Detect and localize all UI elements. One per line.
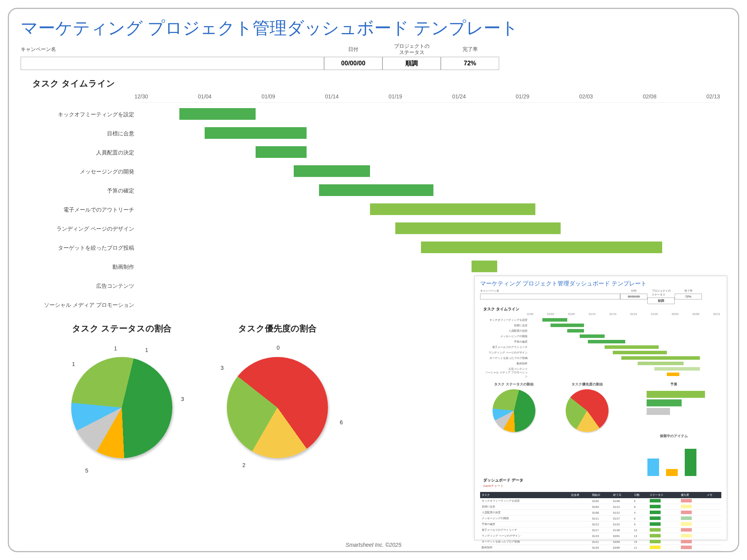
status-label: プロジェクトの ステータス (394, 44, 430, 55)
gantt-task-label: ランディング ページのデザイン (36, 226, 141, 233)
priority-pie: 0 3 6 2 (211, 341, 344, 474)
completion-label: 完了率 (463, 44, 478, 55)
gantt-bar[interactable] (205, 127, 306, 139)
gantt-task-label: 動画制作 (36, 264, 141, 271)
status-pie: 1 1 1 3 5 (56, 341, 188, 474)
gantt-task-label: 人員配置の決定 (36, 149, 141, 156)
gantt-task-label: 広告コンテンツ (36, 283, 141, 290)
date-value[interactable]: 00/00/00 (324, 57, 382, 70)
thumb-title: マーケティング プロジェクト管理ダッシュボード テンプレート (480, 280, 721, 287)
campaign-input[interactable] (21, 57, 324, 70)
gantt-bar[interactable] (421, 242, 663, 253)
gantt-bar[interactable] (294, 165, 370, 177)
meta-row: キャンペーン名 日付 00/00/00 プロジェクトの ステータス 順調 完了率… (21, 44, 726, 70)
gantt-bar[interactable] (472, 261, 497, 272)
gantt-task-label: キックオフミーティングを設定 (36, 111, 141, 118)
gantt-bar[interactable] (179, 108, 256, 120)
pie1-title: タスク ステータスの割合 (56, 323, 188, 334)
thumb-data-table: タスク担当者開始日終了日日数ステータス優先度メモ キックオフミーティングを設定0… (480, 492, 721, 552)
gantt-bar[interactable] (319, 184, 433, 196)
date-label: 日付 (348, 44, 358, 55)
status-value[interactable]: 順調 (382, 57, 441, 70)
gantt-bar[interactable] (395, 222, 561, 234)
gantt-task-label: メッセージングの開発 (36, 168, 141, 175)
dashboard-page: マーケティング プロジェクト管理ダッシュボード テンプレート キャンペーン名 日… (8, 8, 739, 552)
gantt-bar[interactable] (256, 146, 307, 158)
gantt-task-label: 電子メールでのアウトリーチ (36, 206, 141, 214)
gantt-task-label: ターゲットを絞ったブログ投稿 (36, 245, 141, 252)
page-title: マーケティング プロジェクト管理ダッシュボード テンプレート (21, 17, 726, 40)
gantt-task-label: 予算の確定 (36, 187, 141, 194)
footer: Smartsheet Inc. ©2025 (345, 542, 401, 548)
gantt-task-label: ソーシャル メディア プロモーション (36, 302, 141, 309)
completion-value: 72% (441, 57, 499, 70)
pie2-title: タスク優先度の割合 (211, 323, 344, 334)
dashboard-thumbnail: マーケティング プロジェクト管理ダッシュボード テンプレート キャンペーン名 日… (474, 276, 727, 540)
gantt-task-label: 目標に合意 (36, 130, 141, 137)
campaign-label: キャンペーン名 (21, 44, 56, 55)
gantt-bar[interactable] (370, 203, 535, 215)
gantt-title: タスク タイムライン (32, 78, 726, 89)
